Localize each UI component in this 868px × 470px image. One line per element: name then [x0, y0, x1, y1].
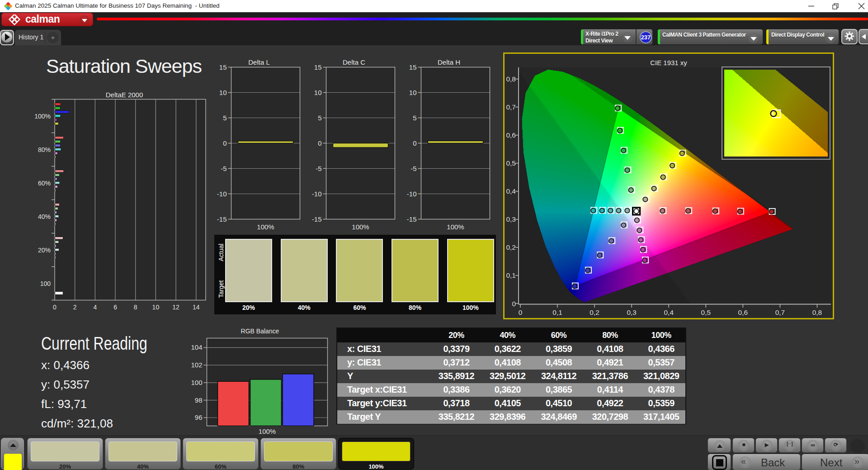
- svg-text:0,6: 0,6: [738, 309, 748, 316]
- svg-text:-5: -5: [410, 165, 416, 172]
- svg-text:0,7: 0,7: [506, 103, 516, 111]
- svg-text:60%: 60%: [38, 180, 51, 187]
- svg-text:-10: -10: [407, 190, 417, 198]
- svg-text:8: 8: [134, 304, 137, 311]
- svg-text:-5: -5: [221, 165, 226, 172]
- svg-text:5: 5: [223, 114, 226, 122]
- svg-text:100%: 100%: [447, 223, 464, 231]
- svg-text:100%: 100%: [352, 223, 369, 231]
- svg-text:0,5: 0,5: [506, 159, 516, 167]
- svg-text:0,5: 0,5: [701, 309, 711, 316]
- svg-text:6: 6: [113, 304, 117, 311]
- svg-text:0,7: 0,7: [775, 309, 785, 316]
- svg-text:15: 15: [314, 63, 322, 71]
- svg-text:0,2: 0,2: [590, 309, 599, 316]
- svg-text:100%: 100%: [34, 113, 51, 120]
- svg-text:-5: -5: [316, 165, 321, 172]
- svg-text:0,4: 0,4: [664, 309, 674, 316]
- svg-text:80%: 80%: [38, 146, 51, 153]
- svg-text:-10: -10: [312, 190, 322, 198]
- svg-text:10: 10: [219, 89, 227, 96]
- svg-text:100%: 100%: [257, 223, 274, 231]
- svg-text:100: 100: [191, 379, 202, 386]
- svg-text:-10: -10: [217, 190, 227, 198]
- svg-text:5: 5: [318, 114, 321, 122]
- svg-text:5: 5: [413, 114, 416, 122]
- svg-text:0,8: 0,8: [812, 309, 822, 316]
- svg-text:2: 2: [73, 304, 77, 311]
- svg-text:0,8: 0,8: [506, 75, 516, 83]
- svg-text:100%: 100%: [259, 427, 276, 435]
- svg-text:10: 10: [409, 89, 417, 96]
- svg-text:10: 10: [314, 89, 322, 96]
- svg-text:100: 100: [40, 280, 51, 287]
- svg-text:102: 102: [191, 361, 202, 369]
- svg-text:0,2: 0,2: [506, 243, 516, 251]
- svg-text:0: 0: [512, 300, 516, 308]
- svg-text:0: 0: [519, 309, 523, 316]
- svg-text:10: 10: [152, 304, 160, 311]
- svg-text:4: 4: [93, 304, 97, 311]
- svg-text:104: 104: [191, 343, 202, 351]
- svg-text:0,3: 0,3: [627, 309, 637, 316]
- svg-text:0,6: 0,6: [506, 131, 516, 139]
- svg-text:14: 14: [193, 304, 200, 311]
- svg-text:12: 12: [172, 304, 179, 311]
- svg-text:0,3: 0,3: [506, 215, 516, 223]
- svg-text:-15: -15: [217, 215, 227, 223]
- svg-text:-15: -15: [407, 215, 417, 223]
- svg-text:0,4: 0,4: [506, 187, 516, 195]
- svg-text:0: 0: [413, 139, 416, 147]
- svg-text:40%: 40%: [38, 213, 51, 220]
- svg-text:98: 98: [195, 396, 203, 404]
- svg-text:0: 0: [53, 304, 57, 311]
- svg-text:15: 15: [219, 63, 227, 71]
- svg-text:0: 0: [223, 139, 226, 147]
- svg-text:20%: 20%: [38, 247, 51, 254]
- svg-text:15: 15: [409, 63, 417, 71]
- svg-text:-15: -15: [312, 215, 322, 223]
- svg-text:0,1: 0,1: [506, 271, 516, 279]
- svg-text:0,1: 0,1: [552, 309, 562, 316]
- svg-text:96: 96: [195, 413, 203, 421]
- svg-text:0: 0: [318, 139, 321, 147]
